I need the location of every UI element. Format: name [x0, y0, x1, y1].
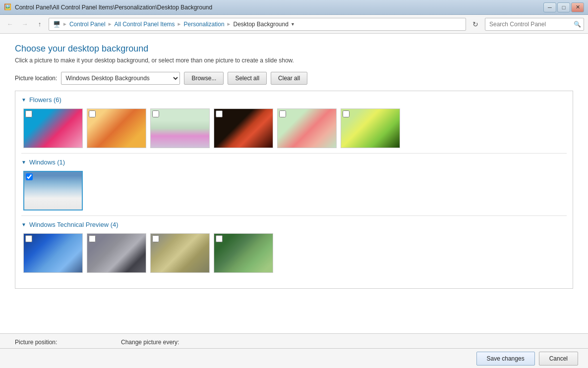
window-controls: ─ □ ✕ — [543, 2, 584, 12]
breadcrumb-dropdown-button[interactable]: ▼ — [291, 19, 298, 29]
cancel-button[interactable]: Cancel — [539, 352, 578, 366]
wallpaper-checkbox[interactable] — [152, 235, 159, 242]
wallpaper-item[interactable] — [23, 171, 83, 210]
wallpaper-item[interactable] — [23, 108, 83, 148]
wallpaper-checkbox[interactable] — [216, 235, 223, 242]
wallpaper-item[interactable] — [214, 233, 273, 273]
action-buttons-bar: Save changes Cancel — [0, 348, 588, 368]
wallpaper-checkbox[interactable] — [279, 110, 286, 117]
wtp-arrow-icon: ▼ — [21, 222, 26, 227]
flowers-label: Flowers (6) — [29, 96, 61, 104]
breadcrumb-current: Desktop Background — [233, 21, 288, 28]
page-subtitle: Click a picture to make it your desktop … — [15, 57, 573, 64]
wallpaper-checkbox[interactable] — [26, 173, 33, 180]
breadcrumb-personalization[interactable]: Personalization — [184, 21, 225, 28]
select-all-button[interactable]: Select all — [228, 72, 267, 85]
wallpaper-checkbox[interactable] — [89, 110, 96, 117]
address-bar: ← → ↑ 🖥️ ► Control Panel ► All Control P… — [0, 15, 588, 34]
back-button[interactable]: ← — [4, 18, 16, 30]
title-bar-text: Control Panel\All Control Panel Items\Pe… — [15, 4, 212, 11]
wallpaper-item[interactable] — [150, 233, 210, 273]
windows-grid — [23, 171, 567, 210]
search-icon: 🔍 — [574, 21, 581, 28]
wtp-grid — [23, 233, 567, 273]
title-bar: 🖼️ Control Panel\All Control Panel Items… — [0, 0, 588, 15]
browse-button[interactable]: Browse... — [184, 72, 224, 85]
windows-category-header[interactable]: ▼ Windows (1) — [21, 158, 567, 166]
wallpaper-gallery[interactable]: ▼ Flowers (6) — [15, 91, 573, 289]
wallpaper-checkbox[interactable] — [216, 110, 223, 117]
clear-all-button[interactable]: Clear all — [271, 72, 307, 85]
windows-label: Windows (1) — [29, 158, 65, 166]
picture-location-label: Picture location: — [15, 75, 57, 82]
windows-section: ▼ Windows (1) — [15, 154, 573, 215]
wallpaper-item[interactable] — [150, 108, 210, 148]
main-content: Choose your desktop background Click a p… — [0, 34, 588, 333]
wallpaper-item[interactable] — [214, 108, 273, 148]
windows-arrow-icon: ▼ — [21, 159, 26, 165]
search-input[interactable] — [485, 18, 584, 31]
location-select[interactable]: Windows Desktop Backgrounds Solid Colors… — [61, 72, 180, 85]
breadcrumb-all-items[interactable]: All Control Panel Items — [115, 21, 175, 28]
wallpaper-item[interactable] — [87, 233, 146, 273]
wallpaper-checkbox[interactable] — [25, 110, 32, 117]
flowers-category-header[interactable]: ▼ Flowers (6) — [21, 96, 567, 104]
up-button[interactable]: ↑ — [34, 18, 46, 30]
wallpaper-item[interactable] — [23, 233, 83, 273]
refresh-button[interactable]: ↻ — [469, 18, 482, 31]
breadcrumb-icon: 🖥️ — [53, 21, 60, 28]
page-title: Choose your desktop background — [15, 44, 573, 54]
flowers-section: ▼ Flowers (6) — [15, 91, 573, 153]
wallpaper-checkbox[interactable] — [25, 235, 32, 242]
breadcrumb-bar: 🖥️ ► Control Panel ► All Control Panel I… — [49, 18, 466, 31]
breadcrumb-control-panel[interactable]: Control Panel — [69, 21, 106, 28]
maximize-button[interactable]: □ — [557, 2, 570, 12]
picture-location-row: Picture location: Windows Desktop Backgr… — [15, 72, 573, 85]
wallpaper-checkbox[interactable] — [89, 235, 96, 242]
wtp-label: Windows Technical Preview (4) — [29, 221, 118, 228]
flowers-arrow-icon: ▼ — [21, 97, 26, 103]
forward-button[interactable]: → — [19, 18, 31, 30]
wallpaper-item[interactable] — [341, 108, 400, 148]
flowers-grid — [23, 108, 567, 148]
save-changes-button[interactable]: Save changes — [476, 352, 535, 366]
minimize-button[interactable]: ─ — [543, 2, 556, 12]
position-label: Picture position: — [15, 339, 101, 346]
change-picture-label: Change picture every: — [121, 339, 190, 346]
wallpaper-item[interactable] — [87, 108, 146, 148]
wallpaper-item[interactable] — [277, 108, 337, 148]
windows-technical-preview-section: ▼ Windows Technical Preview (4) — [15, 216, 573, 278]
wallpaper-checkbox[interactable] — [343, 110, 350, 117]
wallpaper-checkbox[interactable] — [152, 110, 159, 117]
close-button[interactable]: ✕ — [571, 2, 584, 12]
app-icon: 🖼️ — [4, 3, 12, 11]
wtp-category-header[interactable]: ▼ Windows Technical Preview (4) — [21, 221, 567, 228]
